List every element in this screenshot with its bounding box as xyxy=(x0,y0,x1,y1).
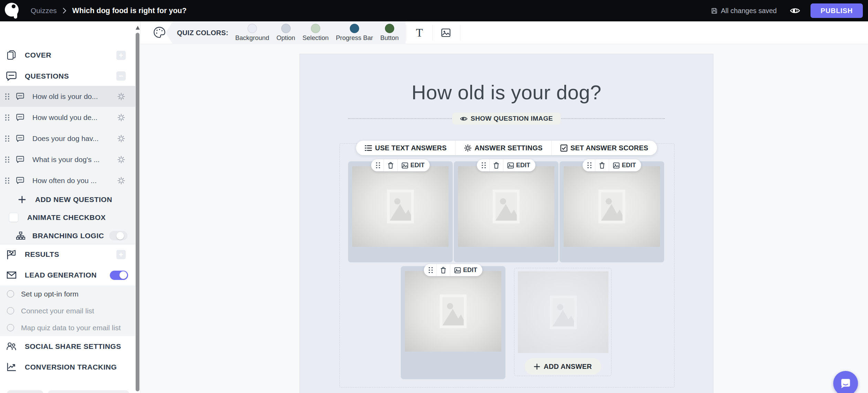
edit-answer-image-button[interactable]: EDIT xyxy=(609,162,640,169)
trash-icon xyxy=(599,162,605,169)
selection-color-dot[interactable] xyxy=(311,24,320,33)
trash-icon xyxy=(440,267,446,274)
answer-toolbar: EDIT xyxy=(424,264,482,276)
swatch-button[interactable]: Button xyxy=(380,24,399,42)
question-settings-gear-icon[interactable] xyxy=(117,177,125,184)
sidebar-item-social-share[interactable]: SOCIAL SHARE SETTINGS xyxy=(0,338,135,355)
editor-toolbar: QUIZ COLORS: Background Option Selection… xyxy=(140,21,868,44)
drag-handle-icon[interactable] xyxy=(376,162,380,169)
swatch-background[interactable]: Background xyxy=(235,24,269,42)
chat-launcher[interactable] xyxy=(833,371,858,393)
cover-label: COVER xyxy=(25,51,51,59)
delete-answer-button[interactable] xyxy=(595,162,609,169)
answer-card-3[interactable]: EDIT xyxy=(560,161,664,262)
question-item-3[interactable]: Does your dog hav... xyxy=(0,128,135,149)
cover-expand-button[interactable]: + xyxy=(116,51,126,60)
drag-handle-icon[interactable] xyxy=(5,178,9,184)
leadgen-step-optin-form[interactable]: Set up opt-in form xyxy=(0,285,135,302)
delete-answer-button[interactable] xyxy=(490,162,503,169)
main-content: QUIZ COLORS: Background Option Selection… xyxy=(140,21,868,393)
swatch-option[interactable]: Option xyxy=(276,24,295,42)
question-item-5[interactable]: How often do you ... xyxy=(0,170,135,191)
question-heading[interactable]: How old is your dog? xyxy=(300,81,713,104)
show-question-image-button[interactable]: SHOW QUESTION IMAGE xyxy=(452,113,561,124)
answer-image-placeholder[interactable] xyxy=(564,166,660,247)
questions-collapse-button[interactable]: − xyxy=(116,71,126,81)
delete-answer-button[interactable] xyxy=(437,267,450,274)
image-tool-button[interactable] xyxy=(433,21,459,44)
sidebar-scrollbar[interactable] xyxy=(135,21,140,393)
answer-card-4[interactable]: EDIT xyxy=(401,266,505,379)
drag-handle-icon[interactable] xyxy=(587,162,592,169)
option-color-dot[interactable] xyxy=(281,24,291,33)
image-icon xyxy=(613,162,620,169)
add-answer-card[interactable]: ADD ANSWER xyxy=(514,268,611,376)
radio-icon[interactable] xyxy=(7,290,14,298)
swatch-progress-bar[interactable]: Progress Bar xyxy=(336,24,373,42)
radio-icon[interactable] xyxy=(7,307,14,314)
edit-answer-image-button[interactable]: EDIT xyxy=(450,266,481,274)
palette-icon[interactable] xyxy=(153,26,166,39)
sidebar-item-lead-generation[interactable]: LEAD GENERATION xyxy=(0,265,135,285)
answer-image-placeholder[interactable] xyxy=(352,166,449,247)
drag-handle-icon[interactable] xyxy=(482,162,486,169)
sidebar-item-questions[interactable]: QUESTIONS − xyxy=(0,66,135,86)
answer-settings-label: ANSWER SETTINGS xyxy=(474,144,542,152)
sidebar-item-results[interactable]: RESULTS + xyxy=(0,245,135,264)
animate-checkbox[interactable] xyxy=(9,213,18,222)
sidebar-item-cover[interactable]: COVER + xyxy=(0,46,135,65)
question-settings-gear-icon[interactable] xyxy=(117,156,125,163)
background-color-dot[interactable] xyxy=(248,24,257,33)
answer-image-placeholder[interactable] xyxy=(405,271,501,352)
question-settings-gear-icon[interactable] xyxy=(117,114,125,121)
question-settings-gear-icon[interactable] xyxy=(117,93,125,100)
question-item-4[interactable]: What is your dog's ... xyxy=(0,149,135,170)
sidebar-item-conversion-tracking[interactable]: CONVERSION TRACKING xyxy=(0,359,135,376)
edit-answer-image-button[interactable]: EDIT xyxy=(503,162,534,169)
text-tool-button[interactable]: T xyxy=(406,21,432,44)
answer-card-2[interactable]: EDIT xyxy=(454,161,558,262)
breadcrumb-quizzes-link[interactable]: Quizzes xyxy=(31,7,57,15)
radio-icon[interactable] xyxy=(7,324,14,331)
answer-card-1[interactable]: EDIT xyxy=(348,161,453,262)
answer-actions-pill: USE TEXT ANSWERS ANSWER SETTINGS xyxy=(356,141,657,155)
leadgen-step-map-data[interactable]: Map quiz data to your email list xyxy=(0,319,135,336)
scrollbar-thumb[interactable] xyxy=(136,33,139,391)
delete-answer-button[interactable] xyxy=(384,162,397,169)
trash-icon xyxy=(493,162,499,169)
drag-handle-icon[interactable] xyxy=(429,267,433,273)
question-title: How old is your do... xyxy=(32,92,98,101)
leadgen-step-connect-email[interactable]: Connect your email list xyxy=(0,302,135,319)
question-settings-gear-icon[interactable] xyxy=(117,135,125,142)
use-text-answers-button[interactable]: USE TEXT ANSWERS xyxy=(356,141,455,155)
swatch-label: Progress Bar xyxy=(336,34,373,42)
leadgen-step-label: Map quiz data to your email list xyxy=(21,324,121,332)
picture-frame-icon xyxy=(493,190,520,223)
add-answer-button[interactable]: ADD ANSWER xyxy=(525,358,601,375)
button-color-dot[interactable] xyxy=(385,24,394,33)
drag-handle-icon[interactable] xyxy=(5,157,9,163)
checked-box-icon xyxy=(560,144,567,152)
sidebar: COVER + QUESTIONS − How old is your do..… xyxy=(0,21,135,393)
edit-answer-image-button[interactable]: EDIT xyxy=(398,162,428,169)
scrollbar-up-arrow[interactable] xyxy=(136,26,140,30)
drag-handle-icon[interactable] xyxy=(5,135,9,142)
animate-checkbox-label: ANIMATE CHECKBOX xyxy=(27,213,106,222)
answer-image-placeholder[interactable] xyxy=(458,166,554,247)
show-question-image-row: SHOW QUESTION IMAGE xyxy=(300,113,713,124)
drag-handle-icon[interactable] xyxy=(5,93,9,100)
drag-handle-icon[interactable] xyxy=(5,114,9,121)
set-answer-scores-button[interactable]: SET ANSWER SCORES xyxy=(552,141,657,155)
add-new-question-button[interactable]: ADD NEW QUESTION xyxy=(0,191,135,208)
interact-logo-icon[interactable] xyxy=(4,2,20,19)
progress-bar-color-dot[interactable] xyxy=(350,24,359,33)
lead-generation-toggle[interactable] xyxy=(110,271,128,280)
question-item-2[interactable]: How would you de... xyxy=(0,107,135,128)
swatch-selection[interactable]: Selection xyxy=(302,24,328,42)
branching-logic-toggle[interactable] xyxy=(109,231,127,240)
question-item-1[interactable]: How old is your do... xyxy=(0,86,135,107)
publish-button[interactable]: PUBLISH xyxy=(811,3,863,18)
answer-settings-button[interactable]: ANSWER SETTINGS xyxy=(456,141,551,155)
results-expand-button[interactable]: + xyxy=(116,250,126,259)
preview-eye-icon[interactable] xyxy=(790,7,800,14)
